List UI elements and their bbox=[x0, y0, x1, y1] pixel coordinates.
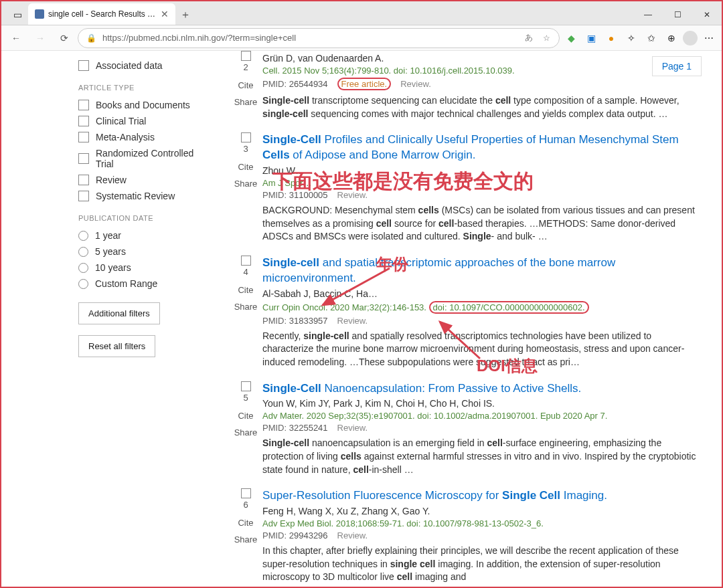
result-authors: Grün D, van Oudenaarden A. bbox=[262, 53, 702, 64]
filter-article-type[interactable]: Randomized Controlled Trial bbox=[78, 145, 195, 172]
share-button[interactable]: Share bbox=[229, 97, 262, 107]
checkbox-icon[interactable] bbox=[78, 191, 89, 201]
result-title[interactable]: Super-Resolution Fluorescence Microscopy… bbox=[262, 488, 702, 504]
tab-title: single cell - Search Results - Pub bbox=[48, 9, 157, 19]
result-authors: Zhou W… bbox=[262, 165, 702, 176]
result-checkbox[interactable] bbox=[241, 132, 251, 142]
result-number: 4 bbox=[229, 267, 262, 277]
refresh-button[interactable]: ⟳ bbox=[54, 27, 75, 49]
result-body: Single-cell and spatial transcriptomic a… bbox=[262, 256, 702, 369]
result-body: Single-Cell Profiles and Clinically Usef… bbox=[262, 132, 702, 243]
result-title[interactable]: Single-Cell Nanoencapsulation: From Pass… bbox=[262, 381, 702, 397]
checkbox-icon[interactable] bbox=[78, 60, 89, 71]
filter-pub-date[interactable]: 1 year bbox=[78, 227, 195, 243]
checkbox-icon[interactable] bbox=[78, 100, 89, 110]
radio-icon[interactable] bbox=[78, 247, 88, 257]
result-number: 6 bbox=[229, 500, 262, 510]
cite-button[interactable]: Cite bbox=[229, 518, 262, 528]
checkbox-icon[interactable] bbox=[78, 132, 89, 142]
share-button[interactable]: Share bbox=[229, 302, 262, 312]
cite-button[interactable]: Cite bbox=[229, 80, 262, 90]
close-window-button[interactable]: ✕ bbox=[692, 5, 722, 25]
result-checkbox[interactable] bbox=[241, 256, 251, 266]
checkbox-icon[interactable] bbox=[78, 116, 89, 126]
reset-filters-button[interactable]: Reset all filters bbox=[78, 335, 155, 357]
back-button[interactable]: ← bbox=[5, 27, 27, 49]
result-body: Single-Cell Nanoencapsulation: From Pass… bbox=[262, 381, 702, 477]
radio-icon[interactable] bbox=[78, 263, 88, 273]
result-meta: PMID: 32255241Review. bbox=[262, 423, 702, 433]
result-snippet: In this chapter, after briefly explainin… bbox=[262, 545, 702, 584]
filter-pub-date[interactable]: 5 years bbox=[78, 243, 195, 260]
url-box[interactable]: 🔒 https://pubmed.ncbi.nlm.nih.gov/?term=… bbox=[78, 28, 560, 48]
cite-button[interactable]: Cite bbox=[229, 411, 262, 421]
collections-icon[interactable]: ⊕ bbox=[663, 29, 680, 47]
result-left-panel: 3CiteShare bbox=[229, 132, 262, 243]
free-article-badge: Free article. bbox=[337, 78, 392, 90]
search-result: 4CiteShareSingle-cell and spatial transc… bbox=[229, 256, 702, 369]
filter-pub-date[interactable]: 10 years bbox=[78, 260, 195, 276]
filter-associated-data[interactable]: Associated data bbox=[78, 58, 195, 74]
maximize-button[interactable]: ☐ bbox=[663, 5, 692, 25]
extensions-menu-icon[interactable]: ✧ bbox=[623, 29, 640, 47]
minimize-button[interactable]: — bbox=[633, 5, 663, 25]
result-journal: Am J Spor… bbox=[262, 178, 702, 188]
result-snippet: BACKGROUND: Mesenchymal stem cells (MSCs… bbox=[262, 204, 702, 243]
result-number: 2 bbox=[229, 62, 262, 72]
review-badge: Review. bbox=[337, 190, 368, 200]
result-checkbox[interactable] bbox=[241, 51, 251, 61]
main-area: Associated data ARTICLE TYPE Books and D… bbox=[1, 51, 722, 587]
pub-date-heading: PUBLICATION DATE bbox=[78, 214, 195, 222]
checkbox-icon[interactable] bbox=[78, 175, 89, 185]
result-left-panel: 6CiteShare bbox=[229, 488, 262, 584]
result-body: Super-Resolution Fluorescence Microscopy… bbox=[262, 488, 702, 584]
search-result: 3CiteShareSingle-Cell Profiles and Clini… bbox=[229, 132, 702, 243]
cite-button[interactable]: Cite bbox=[229, 162, 262, 172]
result-title[interactable]: Single-Cell Profiles and Clinically Usef… bbox=[262, 132, 702, 163]
result-body: Grün D, van Oudenaarden A.Cell. 2015 Nov… bbox=[262, 51, 702, 120]
result-journal: Cell. 2015 Nov 5;163(4):799-810. doi: 10… bbox=[262, 66, 702, 76]
review-badge: Review. bbox=[337, 316, 368, 326]
profile-icon[interactable] bbox=[683, 31, 698, 45]
result-meta: PMID: 26544934Free article.Review. bbox=[262, 78, 702, 90]
lock-icon: 🔒 bbox=[85, 32, 97, 44]
result-authors: Al-Sabah J, Baccin C, Ha… bbox=[262, 288, 702, 299]
result-meta: PMID: 31833957Review. bbox=[262, 316, 702, 326]
tab-close-icon[interactable]: ✕ bbox=[161, 9, 169, 19]
menu-icon[interactable]: ⋯ bbox=[700, 29, 718, 47]
result-snippet: Single-cell nanoencapsulation is an emer… bbox=[262, 437, 702, 476]
filter-article-type[interactable]: Systematic Review bbox=[78, 188, 195, 204]
new-tab-button[interactable]: ＋ bbox=[175, 5, 195, 25]
result-checkbox[interactable] bbox=[241, 381, 251, 391]
share-button[interactable]: Share bbox=[229, 534, 262, 545]
window-titlebar: ▭ single cell - Search Results - Pub ✕ ＋… bbox=[1, 1, 722, 25]
filter-article-type[interactable]: Review bbox=[78, 172, 195, 188]
filter-article-type[interactable]: Books and Documents bbox=[78, 97, 195, 113]
result-checkbox[interactable] bbox=[241, 488, 251, 498]
share-button[interactable]: Share bbox=[229, 179, 262, 189]
filter-pub-date[interactable]: Custom Range bbox=[78, 276, 195, 292]
tab-actions-icon[interactable]: ▭ bbox=[7, 5, 28, 25]
translate-icon[interactable]: あ bbox=[523, 32, 535, 44]
result-number: 5 bbox=[229, 393, 262, 403]
radio-icon[interactable] bbox=[78, 231, 88, 241]
cite-button[interactable]: Cite bbox=[229, 285, 262, 295]
additional-filters-button[interactable]: Additional filters bbox=[78, 302, 160, 324]
checkbox-icon[interactable] bbox=[78, 153, 89, 164]
favorites-icon[interactable]: ✩ bbox=[643, 29, 660, 47]
search-result: 5CiteShareSingle-Cell Nanoencapsulation:… bbox=[229, 381, 702, 477]
extension-icon-3[interactable]: ● bbox=[602, 29, 620, 47]
filter-article-type[interactable]: Clinical Trial bbox=[78, 113, 195, 129]
forward-button: → bbox=[29, 27, 51, 49]
search-result: 6CiteShareSuper-Resolution Fluorescence … bbox=[229, 488, 702, 584]
filter-article-type[interactable]: Meta-Analysis bbox=[78, 129, 195, 145]
radio-icon[interactable] bbox=[78, 279, 88, 289]
browser-tab[interactable]: single cell - Search Results - Pub ✕ bbox=[28, 3, 175, 25]
share-button[interactable]: Share bbox=[229, 427, 262, 437]
result-journal: Adv Mater. 2020 Sep;32(35):e1907001. doi… bbox=[262, 411, 702, 421]
search-result: 2CiteShareGrün D, van Oudenaarden A.Cell… bbox=[229, 51, 702, 120]
extension-icon-1[interactable]: ◆ bbox=[562, 29, 580, 47]
result-title[interactable]: Single-cell and spatial transcriptomic a… bbox=[262, 256, 702, 286]
extension-icon-2[interactable]: ▣ bbox=[582, 29, 600, 47]
favorite-icon[interactable]: ☆ bbox=[540, 32, 552, 44]
